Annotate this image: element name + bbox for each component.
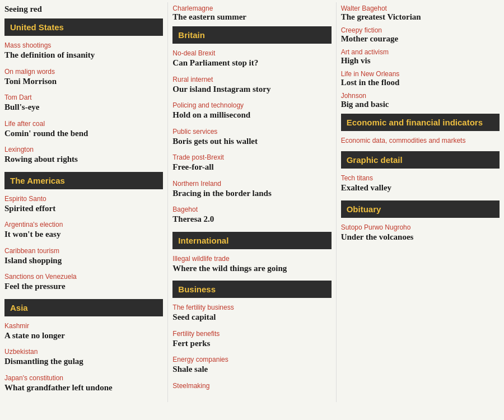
article-tag: Fertility benefits	[172, 330, 331, 338]
list-item[interactable]: The fertility businessSeed capital	[172, 304, 331, 323]
article-tag: Rural internet	[172, 76, 331, 83]
article-title: Big and basic	[341, 100, 500, 109]
article-tag: Public services	[172, 128, 331, 136]
article-title: Dismantling the gulag	[4, 356, 163, 367]
list-item[interactable]: Policing and technologyHold on a millise…	[172, 101, 331, 121]
article-tag: Life in New Orleans	[341, 70, 500, 78]
article-title: High vis	[341, 56, 500, 66]
article-tag: No-deal Brexit	[172, 49, 331, 57]
article-tag: On malign words	[4, 68, 163, 76]
section-header-1-3: Asia	[4, 299, 163, 316]
list-item[interactable]: Northern IrelandBracing in the border la…	[172, 180, 331, 199]
article-tag: Espirito Santo	[4, 195, 163, 203]
article-tag: Kashmir	[4, 322, 163, 330]
article-tag: Illegal wildlife trade	[172, 255, 331, 263]
article-tag: Argentina's election	[4, 221, 163, 228]
section-header-1-1: United States	[4, 18, 163, 36]
article-tag: Trade post-Brexit	[172, 153, 331, 161]
article-title: Mother courage	[341, 34, 500, 44]
article-title: Under the volcanoes	[341, 232, 500, 243]
article-title: Lost in the flood	[341, 78, 500, 87]
article-title: Exalted valley	[341, 183, 500, 194]
article-title: Hold on a millisecond	[172, 110, 331, 121]
list-item[interactable]: Sanctions on VenezuelaFeel the pressure	[4, 273, 163, 292]
article-tag: Economic data, commodities and markets	[341, 137, 500, 144]
article-tag: The fertility business	[172, 304, 331, 311]
list-item[interactable]: UzbekistanDismantling the gulag	[4, 348, 163, 367]
list-item[interactable]: Life after coalComin' round the bend	[4, 120, 163, 139]
article-tag: Sutopo Purwo Nugroho	[341, 223, 500, 231]
article-title: Our island Instagram story	[172, 84, 331, 95]
page: Seeing redUnited StatesMass shootingsThe…	[0, 0, 504, 404]
article-tag: Bagehot	[172, 206, 331, 213]
article-tag: Japan's constitution	[4, 374, 163, 382]
article-tag: Life after coal	[4, 120, 163, 128]
article-tag: Caribbean tourism	[4, 247, 163, 255]
list-item[interactable]: Economic data, commodities and markets	[341, 137, 500, 144]
article-tag: Steelmaking	[172, 382, 331, 390]
top-item-3-5: JohnsonBig and basic	[341, 92, 500, 109]
article-tag: Sanctions on Venezuela	[4, 273, 163, 281]
article-tag: Uzbekistan	[4, 348, 163, 356]
article-title: Boris gets out his wallet	[172, 136, 331, 147]
article-title: Bracing in the border lands	[172, 188, 331, 199]
list-item[interactable]: Sutopo Purwo NugrohoUnder the volcanoes	[341, 223, 500, 243]
article-title: Rowing about rights	[4, 154, 163, 165]
list-item[interactable]: Tom DartBull's-eye	[4, 94, 163, 113]
article-title: Seed capital	[172, 312, 331, 323]
list-item[interactable]: Fertility benefitsFert perks	[172, 330, 331, 349]
column-3: Walter BagehotThe greatest VictorianCree…	[337, 2, 504, 402]
section-header-3-3: Obituary	[341, 200, 500, 218]
article-title: Bull's-eye	[4, 102, 163, 113]
top-item-1-1: Seeing red	[4, 4, 163, 14]
list-item[interactable]: Trade post-BrexitFree-for-all	[172, 153, 331, 173]
article-title: What grandfather left undone	[4, 382, 163, 394]
list-item[interactable]: Steelmaking	[172, 382, 331, 390]
article-title: The eastern summer	[172, 12, 331, 22]
column-2: CharlemagneThe eastern summerBritainNo-d…	[168, 2, 336, 402]
article-title: Where the wild things are going	[172, 263, 331, 274]
list-item[interactable]: Rural internetOur island Instagram story	[172, 76, 331, 95]
section-header-1-2: The Americas	[4, 172, 163, 189]
article-tag: Northern Ireland	[172, 180, 331, 188]
list-item[interactable]: KashmirA state no longer	[4, 322, 163, 342]
list-item[interactable]: BagehotTheresa 2.0	[172, 206, 331, 225]
list-item[interactable]: Japan's constitutionWhat grandfather lef…	[4, 374, 163, 394]
section-header-2-2: International	[172, 232, 331, 249]
list-item[interactable]: LexingtonRowing about rights	[4, 146, 163, 165]
article-title: It won't be easy	[4, 229, 163, 240]
list-item[interactable]: No-deal BrexitCan Parliament stop it?	[172, 49, 331, 69]
section-header-2-3: Business	[172, 281, 331, 298]
article-title: Feel the pressure	[4, 281, 163, 292]
top-item-3-2: Creepy fictionMother courage	[341, 26, 500, 44]
article-title: Shale sale	[172, 364, 331, 375]
article-tag: Tech titans	[341, 174, 500, 182]
list-item[interactable]: Tech titansExalted valley	[341, 174, 500, 194]
list-item[interactable]: On malign wordsToni Morrison	[4, 68, 163, 87]
article-title: Toni Morrison	[4, 76, 163, 87]
article-tag: Creepy fiction	[341, 26, 500, 34]
top-item-3-4: Life in New OrleansLost in the flood	[341, 70, 500, 87]
list-item[interactable]: Argentina's electionIt won't be easy	[4, 221, 163, 240]
article-tag: Policing and technology	[172, 101, 331, 109]
article-title: The greatest Victorian	[341, 12, 500, 22]
article-tag: Tom Dart	[4, 94, 163, 101]
section-header-3-2: Graphic detail	[341, 151, 500, 169]
article-title: Spirited effort	[4, 203, 163, 214]
article-tag: Mass shootings	[4, 41, 163, 49]
column-1: Seeing redUnited StatesMass shootingsThe…	[0, 2, 168, 402]
top-item-3-3: Art and activismHigh vis	[341, 48, 500, 66]
list-item[interactable]: Public servicesBoris gets out his wallet	[172, 128, 331, 147]
article-tag: Energy companies	[172, 356, 331, 363]
article-title: Seeing red	[4, 4, 163, 14]
article-tag: Walter Bagehot	[341, 4, 500, 12]
list-item[interactable]: Energy companiesShale sale	[172, 356, 331, 375]
list-item[interactable]: Illegal wildlife tradeWhere the wild thi…	[172, 255, 331, 274]
list-item[interactable]: Mass shootingsThe definition of insanity	[4, 41, 163, 61]
article-title: The definition of insanity	[4, 50, 163, 61]
article-tag: Lexington	[4, 146, 163, 153]
list-item[interactable]: Caribbean tourismIsland shopping	[4, 247, 163, 267]
article-title: Fert perks	[172, 338, 331, 349]
article-title: Island shopping	[4, 255, 163, 267]
list-item[interactable]: Espirito SantoSpirited effort	[4, 195, 163, 214]
